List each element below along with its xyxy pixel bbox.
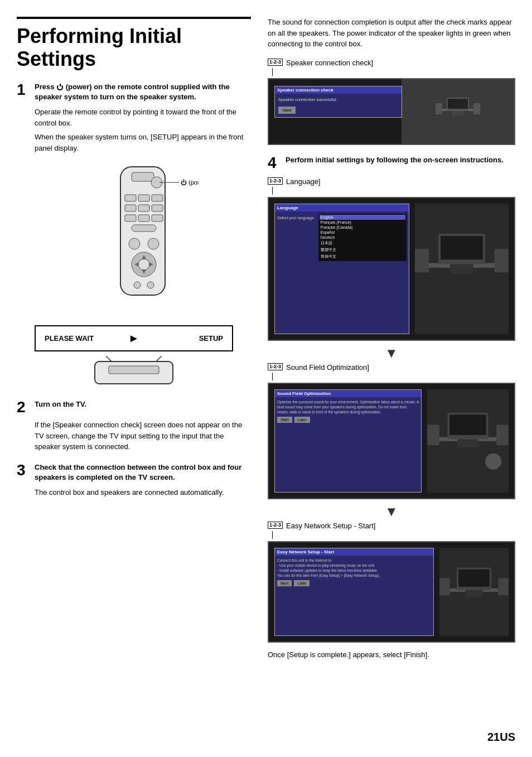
remote-illustration: ⏻ (power) xyxy=(35,161,251,317)
right-col-intro: The sound for connection completion is o… xyxy=(268,17,515,50)
step3-number: 3 xyxy=(17,462,30,478)
svg-rect-46 xyxy=(458,439,478,447)
left-column: Performing Initial Settings 1 Press (pow… xyxy=(17,17,251,659)
step1-body: Operate the remote control by pointing i… xyxy=(35,107,251,153)
language-screen-inner: Language Select your language. English F… xyxy=(269,198,514,340)
svg-rect-39 xyxy=(441,236,483,259)
language-dialog: Language Select your language. English F… xyxy=(274,204,409,334)
svg-point-13 xyxy=(129,238,140,249)
svg-rect-49 xyxy=(439,578,450,595)
page-title: Performing Initial Settings xyxy=(17,25,251,71)
svg-point-14 xyxy=(148,238,159,249)
bracket-vert-line-language xyxy=(272,187,273,195)
ens-bracket: 1-2-3 Easy Network Setup - Start] xyxy=(268,522,515,530)
step4-title: Perform initial settings by following th… xyxy=(286,155,504,165)
sfo-screen-inner: Sound Field Optimization Optimize the su… xyxy=(269,384,514,499)
language-room-bg xyxy=(415,204,509,334)
ens-dialog-body: Connect this unit to the internet to: - … xyxy=(275,556,433,580)
language-prompt: Select your language. xyxy=(277,214,315,261)
svg-rect-43 xyxy=(496,425,509,445)
language-bracket: 1-2-3 Language] xyxy=(268,177,515,186)
setup-box-container: PLEASE WAIT ► SETUP xyxy=(35,325,233,389)
svg-rect-1 xyxy=(132,172,154,181)
sfo-dialog-body: Optimize the surround sound for your env… xyxy=(275,397,421,417)
language-dialog-content: Select your language. English Français (… xyxy=(275,211,409,263)
svg-rect-6 xyxy=(125,205,136,211)
lang-item-fr-canada[interactable]: Français (Canada) xyxy=(320,225,405,230)
svg-rect-42 xyxy=(427,425,439,445)
svg-rect-10 xyxy=(138,215,149,221)
svg-point-22 xyxy=(147,282,154,288)
step1-title: Press (power) on the remote control supp… xyxy=(35,82,251,102)
sfo-dialog-title: Sound Field Optimization xyxy=(275,390,421,397)
svg-point-47 xyxy=(485,453,501,469)
svg-rect-36 xyxy=(415,249,429,272)
sfo-dialog: Sound Field Optimization Optimize the su… xyxy=(274,389,422,493)
sfo-later-btn[interactable]: Later xyxy=(294,417,310,423)
lang-item-espanol[interactable]: Español xyxy=(320,230,405,235)
speaker-check-screen: Speaker connection check Speaker connect… xyxy=(268,78,515,145)
lang-item-fr-france[interactable]: Français (France) xyxy=(320,220,405,225)
language-screen: Language Select your language. English F… xyxy=(268,197,515,341)
ens-later-btn[interactable]: Later xyxy=(294,580,309,586)
svg-rect-12 xyxy=(132,225,156,232)
lang-item-japanese[interactable]: 日本語 xyxy=(320,240,405,247)
sfo-bracket: 1-2-3 Sound Field Optimization] xyxy=(268,363,515,372)
ens-screen-inner: Easy Network Setup - Start Connect this … xyxy=(269,542,514,642)
step3-header: 3 Check that the connection between the … xyxy=(17,462,251,483)
step3-body: The control box and speakers are connect… xyxy=(35,487,251,498)
speaker-check-dialog-btn[interactable]: Next xyxy=(278,107,296,114)
ens-next-btn[interactable]: Next xyxy=(277,580,292,586)
down-arrow-2: ▼ xyxy=(268,504,515,519)
svg-point-21 xyxy=(134,282,141,288)
svg-rect-50 xyxy=(498,578,509,595)
sfo-buttons: Start Later xyxy=(275,417,421,425)
icon-1-2-3-language: 1-2-3 xyxy=(268,177,283,185)
svg-rect-40 xyxy=(450,264,473,273)
speaker-check-dialog-body: Speaker connection successful. xyxy=(275,94,402,104)
lang-item-deutsch[interactable]: Deutsch xyxy=(320,235,405,240)
step4-number: 4 xyxy=(268,155,281,171)
ens-buttons: Next Later xyxy=(275,580,433,589)
svg-rect-11 xyxy=(152,215,163,221)
page-number: 21US xyxy=(487,731,515,744)
svg-rect-5 xyxy=(152,195,163,201)
svg-rect-52 xyxy=(458,570,490,587)
language-label-area: 1-2-3 Language] xyxy=(268,177,515,195)
lang-item-trad-chinese[interactable]: 繁體中文 xyxy=(320,247,405,253)
step2-number: 2 xyxy=(17,399,30,415)
lang-item-simp-chinese[interactable]: 简体中文 xyxy=(320,253,405,260)
speaker-check-bracket: 1-2-3 Speaker connection check] xyxy=(268,59,515,67)
step1-header: 1 Press (power) on the remote control su… xyxy=(17,82,251,102)
setup-text: SETUP xyxy=(145,334,223,343)
svg-rect-3 xyxy=(125,195,136,201)
svg-rect-37 xyxy=(495,249,509,272)
step2-container: 2 Turn on the TV. If the [Speaker connec… xyxy=(17,399,251,452)
svg-point-16 xyxy=(138,259,149,270)
svg-line-26 xyxy=(106,356,112,361)
sfo-label-area: 1-2-3 Sound Field Optimization] xyxy=(268,363,515,380)
sfo-bracket-text: Sound Field Optimization] xyxy=(286,363,369,372)
ens-dialog: Easy Network Setup - Start Connect this … xyxy=(274,548,434,636)
icon-1-2-3-sfo: 1-2-3 xyxy=(268,363,283,370)
step2-title: Turn on the TV. xyxy=(35,399,86,409)
ens-dialog-title: Easy Network Setup - Start xyxy=(275,548,433,556)
bracket-vert-line-ens xyxy=(272,531,273,539)
speaker-check-bracket-text: Speaker connection check] xyxy=(286,59,373,67)
step3-container: 3 Check that the connection between the … xyxy=(17,462,251,498)
sfo-room-bg xyxy=(427,389,509,493)
speaker-check-dialog-title: Speaker connection check xyxy=(275,86,402,94)
step2-body: If the [Speaker connection check] screen… xyxy=(35,420,251,452)
setup-box: PLEASE WAIT ► SETUP xyxy=(35,325,233,351)
lang-item-english[interactable]: English xyxy=(320,215,405,220)
sfo-start-btn[interactable]: Start xyxy=(277,417,292,423)
icon-1-2-3-speaker: 1-2-3 xyxy=(268,59,283,66)
language-dialog-title: Language xyxy=(275,204,409,211)
svg-rect-9 xyxy=(125,215,136,221)
finish-text: Once [Setup is complete.] appears, selec… xyxy=(268,650,515,659)
down-arrow-1: ▼ xyxy=(268,345,515,361)
step3-title: Check that the connection between the co… xyxy=(35,462,251,483)
speaker-check-label-area: 1-2-3 Speaker connection check] xyxy=(268,59,515,76)
svg-rect-53 xyxy=(466,590,483,597)
svg-rect-28 xyxy=(109,366,159,374)
